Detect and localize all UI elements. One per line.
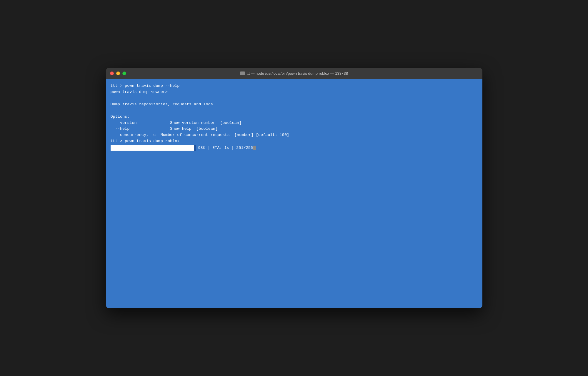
- terminal-line-7: --version Show version number [boolean]: [111, 120, 478, 126]
- traffic-lights: [110, 71, 126, 75]
- terminal-line-9: --concurrency, -c Number of concurrent r…: [111, 132, 478, 138]
- terminal-line-5: [111, 108, 478, 114]
- progress-row: 98% | ETA: 1s | 251/256: [111, 145, 478, 151]
- progress-bar-container: [111, 145, 196, 151]
- terminal-window: ttt — node /usr/local/bin/pown travis du…: [106, 68, 482, 308]
- terminal-line-10: ttt > pown travis dump roblox: [111, 138, 478, 144]
- terminal-line-4: Dump travis repositories, requests and l…: [111, 102, 478, 108]
- terminal-line-1: ttt > pown travis dump --help: [111, 83, 478, 89]
- terminal-line-8: --help Show help [boolean]: [111, 126, 478, 132]
- terminal-line-6: Options:: [111, 114, 478, 120]
- minimize-button[interactable]: [116, 71, 120, 75]
- terminal-line-2: pown travis dump <owner>: [111, 89, 478, 95]
- terminal-line-3: [111, 95, 478, 102]
- progress-text: 98% | ETA: 1s | 251/256: [198, 145, 253, 151]
- close-button[interactable]: [110, 71, 114, 75]
- window-title: ttt — node /usr/local/bin/pown travis du…: [240, 71, 348, 76]
- progress-bar-fill: [111, 145, 194, 151]
- terminal-icon: [240, 71, 245, 75]
- terminal-body[interactable]: ttt > pown travis dump --help pown travi…: [106, 79, 482, 308]
- title-text: ttt — node /usr/local/bin/pown travis du…: [246, 71, 348, 76]
- maximize-button[interactable]: [122, 71, 126, 75]
- titlebar: ttt — node /usr/local/bin/pown travis du…: [106, 68, 482, 79]
- terminal-cursor: [253, 146, 256, 150]
